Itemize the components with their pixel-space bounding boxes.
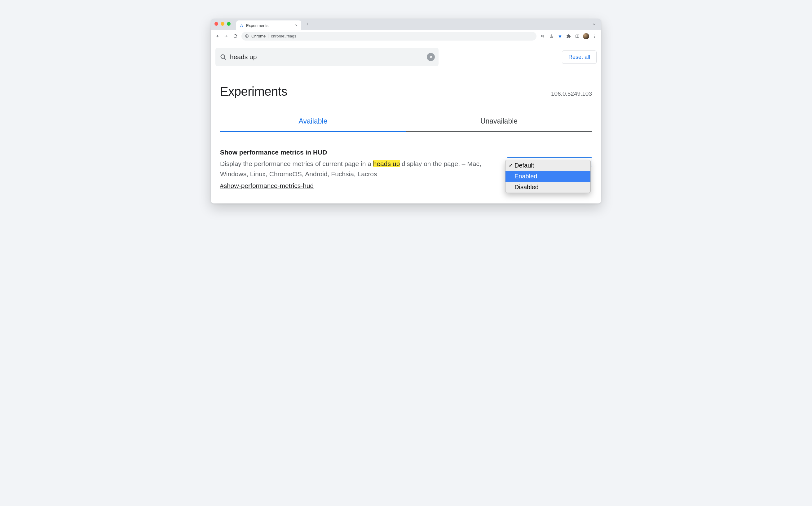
flag-desc-prefix: Display the performance metrics of curre… (220, 160, 373, 167)
flag-dropdown: ✓ Default ✓ Enabled ✓ Disabled (505, 160, 591, 193)
browser-tab[interactable]: Experiments (236, 20, 301, 30)
browser-toolbar: Chrome chrome://flags (211, 30, 601, 42)
omnibox-chip: Chrome (251, 34, 266, 38)
tab-unavailable[interactable]: Unavailable (406, 117, 592, 131)
side-panel-icon[interactable] (573, 32, 581, 40)
search-icon (220, 54, 227, 60)
omnibox[interactable]: Chrome chrome://flags (241, 32, 536, 40)
flag-text: Show performance metrics in HUD Display … (220, 149, 499, 189)
dropdown-option-default[interactable]: ✓ Default (506, 160, 590, 171)
svg-rect-3 (576, 35, 579, 37)
kebab-menu-icon[interactable] (591, 32, 599, 40)
bookmark-star-icon[interactable] (556, 32, 564, 40)
svg-point-7 (221, 55, 225, 59)
forward-button[interactable] (222, 32, 230, 40)
tab-strip: Experiments (211, 19, 601, 30)
tab-close-button[interactable] (294, 23, 298, 27)
flag-row: Show performance metrics in HUD Display … (220, 149, 592, 189)
page-content: Reset all Experiments 106.0.5249.103 Ava… (211, 42, 601, 203)
extensions-icon[interactable] (565, 32, 573, 40)
share-icon[interactable] (547, 32, 556, 40)
back-button[interactable] (213, 32, 221, 40)
option-label: Enabled (514, 173, 537, 180)
reset-all-button[interactable]: Reset all (562, 51, 597, 64)
svg-point-4 (594, 34, 595, 35)
profile-avatar[interactable] (583, 33, 589, 39)
flag-anchor-link[interactable]: #show-performance-metrics-hud (220, 182, 499, 189)
check-icon: ✓ (508, 162, 513, 169)
svg-point-5 (594, 35, 595, 36)
svg-point-1 (246, 35, 248, 37)
new-tab-button[interactable] (303, 20, 311, 28)
reload-button[interactable] (231, 32, 239, 40)
tab-list-chevron[interactable] (591, 21, 598, 27)
window-controls (214, 22, 231, 26)
tabs: Available Unavailable (220, 117, 592, 132)
flag-desc-highlight: heads up (373, 160, 400, 167)
window-maximize-button[interactable] (227, 22, 231, 26)
tab-title: Experiments (246, 23, 292, 28)
option-label: Disabled (514, 184, 539, 191)
clear-search-button[interactable] (427, 53, 435, 61)
dropdown-option-enabled[interactable]: ✓ Enabled (506, 171, 590, 182)
dropdown-option-disabled[interactable]: ✓ Disabled (506, 182, 590, 193)
omnibox-url: chrome://flags (271, 34, 296, 38)
tab-available[interactable]: Available (220, 117, 406, 131)
flask-icon (239, 23, 244, 27)
svg-point-6 (594, 37, 595, 37)
flag-title: Show performance metrics in HUD (220, 149, 499, 156)
heading-row: Experiments 106.0.5249.103 (211, 72, 601, 98)
search-box (215, 48, 439, 66)
page-title: Experiments (220, 85, 287, 98)
close-icon (429, 55, 433, 59)
chrome-icon (245, 34, 249, 38)
window-minimize-button[interactable] (221, 22, 224, 26)
option-label: Default (514, 162, 534, 169)
omnibox-divider (268, 34, 269, 38)
version-label: 106.0.5249.103 (551, 90, 592, 97)
window-close-button[interactable] (214, 22, 218, 26)
search-row: Reset all (211, 42, 601, 66)
toolbar-actions (539, 32, 599, 40)
zoom-icon[interactable] (539, 32, 547, 40)
flag-description: Display the performance metrics of curre… (220, 159, 499, 179)
search-input[interactable] (230, 53, 423, 61)
browser-window: Experiments Chrome chrome://flags (211, 19, 601, 203)
